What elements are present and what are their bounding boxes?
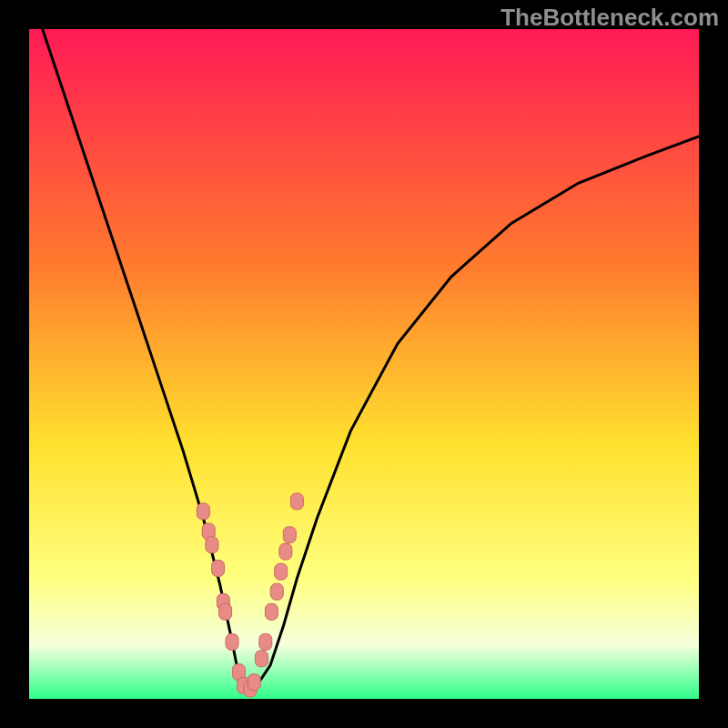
data-point [270, 583, 283, 600]
data-point [255, 651, 268, 667]
data-point [259, 633, 272, 650]
chart-frame: { "watermark": "TheBottleneck.com", "col… [0, 0, 728, 728]
data-point [290, 493, 303, 510]
data-point [206, 537, 218, 553]
data-point [275, 563, 288, 580]
data-point [283, 527, 296, 543]
chart-svg [29, 29, 699, 699]
watermark-text: TheBottleneck.com [500, 4, 719, 32]
data-point [265, 603, 278, 620]
data-point [212, 561, 225, 577]
data-point [279, 543, 292, 560]
plot-area [29, 29, 699, 699]
data-point [248, 674, 260, 691]
data-point [226, 633, 238, 650]
gradient-background [29, 29, 699, 699]
data-point [219, 603, 232, 620]
data-point [197, 503, 209, 520]
